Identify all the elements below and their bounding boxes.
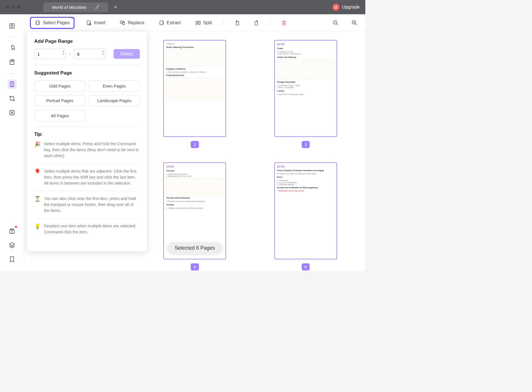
page-thumbnail[interactable]: UPDFPrion's Disease Of Human Inheritance… — [263, 162, 348, 270]
page-number-badge: 6 — [302, 263, 310, 270]
suggested-title: Suggested Page — [34, 70, 140, 76]
tip-item: 🎈 Select multiple items that are adjacen… — [34, 168, 140, 191]
bookmark-icon[interactable] — [7, 255, 17, 264]
close-window[interactable] — [6, 5, 9, 9]
content-area: Select Pages Insert Replace Extract Spli… — [24, 14, 365, 271]
split-label: Split — [203, 20, 212, 25]
delete-icon[interactable] — [279, 18, 289, 28]
upgrade-area[interactable]: U Upgrade — [332, 4, 360, 11]
main-area: Select Pages Insert Replace Extract Spli… — [0, 14, 365, 271]
left-sidebar — [0, 14, 24, 271]
redact-tool-icon[interactable] — [7, 108, 17, 117]
tip-text: Select multiple items that are adjacent:… — [44, 168, 140, 186]
upgrade-badge-icon: U — [332, 4, 339, 11]
add-range-title: Add Page Range — [34, 39, 140, 44]
page-number-badge: 2 — [191, 141, 199, 148]
tip-emoji-icon: 🎈 — [34, 168, 41, 186]
replace-button[interactable]: Replace — [117, 18, 147, 27]
divider — [270, 19, 270, 26]
tip-emoji-icon: ⏳ — [34, 196, 41, 214]
layers-icon[interactable] — [7, 241, 17, 250]
select-pages-button[interactable]: Select Pages — [30, 17, 74, 29]
title-bar: World of Microbes + U Upgrade — [0, 0, 365, 14]
crop-tool-icon[interactable] — [7, 94, 17, 103]
tip-text: Deselect one item when multiple items ar… — [44, 223, 140, 235]
tip-item: ⏳ You can also click near the first item… — [34, 196, 140, 219]
svg-rect-8 — [120, 21, 122, 23]
spinner-up-icon[interactable]: ▲ — [62, 50, 65, 53]
page-thumbnail[interactable]: Chapter 1Gram Staining ProcedureExample … — [152, 40, 237, 148]
edit-tab-icon[interactable] — [95, 5, 100, 10]
select-range-button[interactable]: Select — [114, 49, 140, 59]
select-pages-panel: Add Page Range ▲▼ - ▲▼ Select Suggested … — [27, 31, 147, 251]
divider — [223, 19, 224, 26]
svg-rect-9 — [123, 22, 125, 25]
tip-title: Tip: — [34, 132, 140, 137]
spinner-down-icon[interactable]: ▼ — [62, 53, 65, 56]
tip-emoji-icon: 🎉 — [34, 141, 41, 159]
range-dash: - — [69, 51, 70, 56]
range-from-input[interactable] — [34, 49, 66, 59]
edit-tool-icon[interactable] — [7, 58, 17, 67]
extract-button[interactable]: Extract — [156, 18, 184, 27]
all-pages-button[interactable]: All Pages — [34, 110, 86, 121]
divider — [34, 65, 140, 65]
add-tab-icon[interactable]: + — [114, 3, 118, 11]
tip-text: You can also click near the first item, … — [44, 196, 140, 214]
spinner-down-icon[interactable]: ▼ — [102, 53, 104, 56]
rotate-right-icon[interactable] — [251, 18, 261, 28]
page-toolbar: Select Pages Insert Replace Extract Spli… — [24, 14, 365, 31]
insert-button[interactable]: Insert — [83, 18, 108, 27]
replace-label: Replace — [128, 20, 144, 25]
select-pages-label: Select Pages — [43, 20, 70, 25]
window-controls — [6, 5, 21, 9]
gift-icon[interactable] — [7, 226, 17, 235]
tip-emoji-icon: 💡 — [34, 223, 41, 235]
maximize-window[interactable] — [17, 5, 21, 9]
svg-rect-12 — [199, 21, 200, 25]
svg-rect-11 — [196, 21, 197, 25]
page-number-badge: 3 — [302, 141, 310, 148]
tab-container: World of Microbes + — [43, 2, 117, 12]
landscape-pages-button[interactable]: Landscape Pages — [89, 95, 140, 106]
portrait-pages-button[interactable]: Portrait Pages — [34, 95, 85, 106]
zoom-out-icon[interactable] — [331, 18, 341, 28]
minimize-window[interactable] — [11, 5, 15, 9]
svg-rect-13 — [236, 21, 239, 25]
selection-toast: Selected 6 Pages — [167, 242, 222, 254]
tip-text: Select multiple items: Press and hold th… — [44, 141, 140, 159]
page-thumbnail[interactable]: UPDFYeast• Unicellular Fungi• Cell divis… — [263, 40, 348, 148]
split-button[interactable]: Split — [192, 18, 215, 27]
upgrade-label: Upgrade — [342, 5, 360, 10]
document-tab[interactable]: World of Microbes — [43, 2, 108, 12]
divider — [34, 126, 140, 127]
reader-mode-icon[interactable] — [7, 21, 17, 31]
divider — [9, 73, 15, 73]
page-number-badge: 5 — [191, 263, 199, 270]
even-pages-button[interactable]: Even Pages — [89, 80, 140, 92]
range-to-input[interactable] — [74, 49, 105, 59]
tab-title: World of Microbes — [52, 5, 86, 10]
extract-label: Extract — [167, 20, 181, 25]
zoom-in-icon[interactable] — [349, 18, 360, 28]
tip-item: 🎉 Select multiple items: Press and hold … — [34, 141, 140, 164]
page-thumbnail[interactable]: UPDFViruses• Intracellular parasitism• H… — [152, 162, 237, 270]
comment-tool-icon[interactable] — [7, 43, 17, 52]
svg-rect-14 — [255, 21, 257, 25]
insert-label: Insert — [94, 20, 105, 25]
range-row: ▲▼ - ▲▼ Select — [34, 49, 140, 59]
organize-pages-icon[interactable] — [7, 80, 17, 89]
odd-pages-button[interactable]: Odd Pages — [34, 80, 85, 92]
divider — [9, 37, 15, 37]
rotate-left-icon[interactable] — [232, 18, 243, 28]
spinner-up-icon[interactable]: ▲ — [102, 50, 104, 53]
tip-item: 💡 Deselect one item when multiple items … — [34, 223, 140, 240]
